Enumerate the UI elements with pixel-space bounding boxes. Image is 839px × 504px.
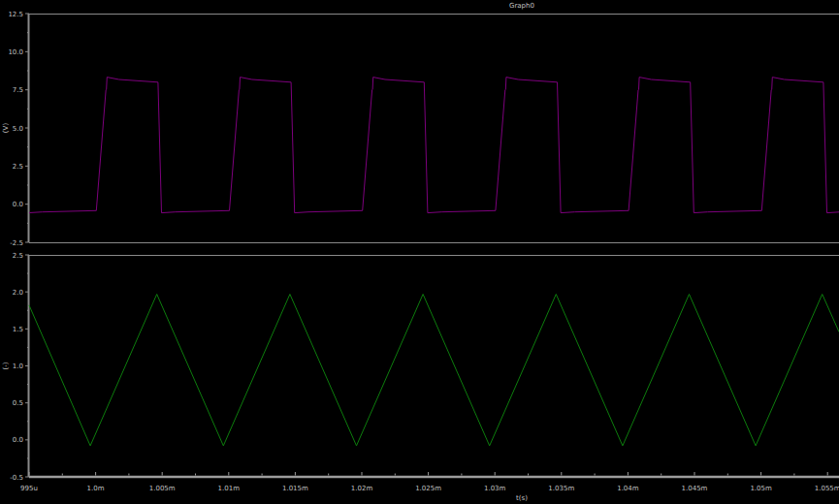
x-tick-label: 1.02m — [351, 485, 373, 492]
x-tick-label: 1.015m — [282, 485, 308, 492]
y-tick-label: 1.5 — [13, 326, 23, 333]
y-tick-label: 0.0 — [13, 201, 23, 208]
x-tick-label: 1.03m — [484, 485, 506, 492]
x-tick-label: 995u — [20, 485, 38, 492]
x-tick-label: 1.04m — [617, 485, 639, 492]
y-tick-label: -2.5 — [10, 239, 23, 247]
x-tick-label: 1.035m — [548, 485, 574, 492]
graph-window: Graph0 12.510.07.55.02.50.0-2.5(V)2.52.0… — [0, 0, 839, 504]
plot-canvas[interactable]: 12.510.07.55.02.50.0-2.5(V)2.52.01.51.00… — [0, 0, 839, 504]
square-wave-trace — [29, 78, 839, 213]
x-axis-label: t(s) — [516, 494, 528, 502]
y-axis-unit-label: (V) — [2, 123, 10, 134]
y-tick-label: 5.0 — [13, 125, 23, 133]
y-tick-label: 10.0 — [8, 48, 23, 56]
x-tick-label: 1.0m — [87, 485, 105, 492]
y-tick-label: 7.5 — [13, 86, 23, 94]
y-tick-label: 0.5 — [13, 399, 23, 407]
y-tick-label: 2.0 — [13, 289, 23, 297]
y-tick-label: 12.5 — [8, 11, 23, 18]
x-tick-label: 1.025m — [415, 485, 441, 492]
x-tick-label: 1.01m — [218, 485, 241, 492]
x-tick-label: 1.055m — [815, 485, 839, 492]
y-tick-label: 0.0 — [13, 436, 23, 444]
y-axis-unit-label: (-) — [2, 362, 10, 369]
y-tick-label: 2.5 — [13, 252, 23, 260]
y-tick-label: 2.5 — [13, 163, 23, 171]
x-tick-label: 1.05m — [750, 485, 772, 492]
x-tick-label: 1.005m — [149, 485, 176, 492]
y-tick-label: 1.0 — [13, 362, 23, 370]
triangle-wave-trace — [29, 295, 839, 446]
y-tick-label: -0.5 — [10, 474, 23, 482]
x-tick-label: 1.045m — [682, 485, 708, 492]
